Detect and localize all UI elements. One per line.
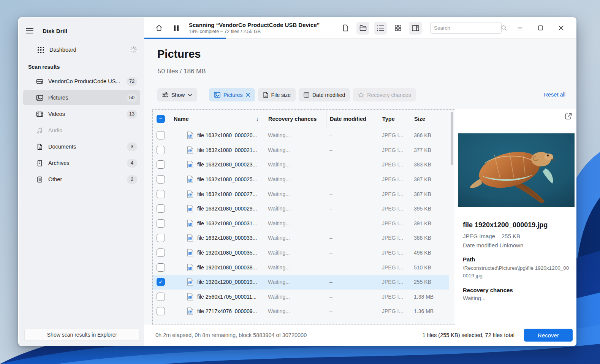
row-checkbox[interactable] (157, 307, 165, 315)
table-row[interactable]: file 1920x1200_000019... Waiting... – JP… (153, 275, 449, 290)
sort-descending-icon: ↓ (256, 116, 259, 122)
column-header-type[interactable]: Type (379, 110, 411, 128)
file-type: JPEG I... (379, 294, 411, 300)
show-filter-button[interactable]: Show (157, 88, 197, 101)
file-type: JPEG I... (379, 132, 411, 138)
file-recovery: Waiting... (265, 264, 326, 271)
count-badge: 13 (127, 110, 137, 119)
file-name: file 1920x1200_000019... (197, 279, 257, 285)
preview-image-turtle[interactable] (458, 133, 575, 207)
show-in-explorer-button[interactable]: Show scan results in Explorer (24, 329, 140, 341)
file-recovery: Waiting... (265, 191, 326, 197)
recovery-chances-filter-chip[interactable]: Recovery chances (353, 88, 416, 101)
file-recovery: Waiting... (265, 308, 326, 314)
file-size: 1.36 MB (411, 308, 449, 314)
drive-icon (36, 78, 43, 85)
grid-view-button[interactable] (391, 22, 404, 35)
column-header-date[interactable]: Date modified (326, 110, 379, 128)
row-checkbox[interactable] (157, 219, 165, 228)
sidebar-item-label: Audio (48, 127, 62, 133)
image-file-icon (187, 131, 193, 139)
row-checkbox[interactable] (157, 204, 165, 213)
table-row[interactable]: file 1632x1080_000025... Waiting... – JP… (153, 172, 449, 187)
table-row[interactable]: file 1920x1080_000035... Waiting... – JP… (153, 245, 449, 260)
file-type: JPEG I... (379, 191, 411, 197)
list-view-button[interactable] (374, 22, 387, 35)
row-checkbox[interactable] (157, 175, 165, 184)
table-row[interactable]: file 1632x1080_000031... Waiting... – JP… (153, 216, 449, 231)
maximize-button[interactable] (533, 22, 548, 35)
row-checkbox[interactable] (157, 293, 165, 301)
pictures-filter-chip[interactable]: Pictures (209, 88, 255, 101)
table-row[interactable]: file 1920x1080_000038... Waiting... – JP… (153, 260, 449, 275)
sidebar-item-dashboard[interactable]: Dashboard (20, 42, 142, 58)
table-scrollbar[interactable] (451, 112, 453, 165)
preview-panel-toggle-button[interactable] (409, 22, 422, 35)
file-name: file 2717x4076_000009... (197, 308, 257, 314)
table-row[interactable]: file 2560x1705_000011... Waiting... – JP… (153, 290, 449, 304)
select-all-checkbox[interactable] (157, 115, 165, 123)
table-row[interactable]: file 1632x1080_000023... Waiting... – JP… (153, 157, 449, 172)
row-checkbox[interactable] (157, 234, 165, 242)
column-header-name[interactable]: Name ↓ (172, 110, 265, 128)
row-checkbox[interactable] (157, 160, 165, 169)
file-type: JPEG I... (379, 235, 411, 241)
recover-button[interactable]: Recover (524, 329, 573, 342)
open-preview-external-icon[interactable] (565, 112, 572, 120)
table-header: Name ↓ Recovery chances Date modified Ty… (153, 110, 449, 128)
table-row[interactable]: file 2717x4076_000009... Waiting... – JP… (153, 304, 449, 319)
sidebar-item-pictures[interactable]: Pictures 50 (23, 90, 140, 105)
documents-icon (36, 143, 43, 150)
sidebar-item-vendorco-device[interactable]: VendorCo ProductCode US... 72 (23, 74, 140, 89)
file-recovery: Waiting... (265, 220, 326, 226)
minimize-button[interactable] (512, 22, 527, 35)
recovery-chances-chip-label: Recovery chances (367, 92, 411, 98)
table-row[interactable]: file 1632x1080_000029... Waiting... – JP… (153, 201, 449, 216)
pause-scan-button[interactable] (170, 22, 183, 35)
home-button[interactable] (152, 22, 165, 35)
table-row[interactable]: file 1632x1080_000020... Waiting... – JP… (153, 128, 449, 143)
sidebar-item-documents[interactable]: Documents 3 (23, 139, 140, 154)
folder-view-button[interactable] (356, 22, 369, 35)
remove-filter-icon[interactable] (246, 93, 250, 97)
table-row[interactable]: file 1632x1080_000021... Waiting... – JP… (153, 143, 449, 158)
file-size: 386 KB (411, 132, 449, 138)
column-header-recovery[interactable]: Recovery chances (265, 110, 326, 128)
row-checkbox[interactable] (157, 263, 165, 272)
table-row[interactable]: file 1632x1080_000033... Waiting... – JP… (153, 231, 449, 245)
row-checkbox[interactable] (157, 248, 165, 257)
close-button[interactable] (553, 22, 568, 35)
reset-all-link[interactable]: Reset all (544, 92, 565, 98)
file-date: – (326, 176, 379, 182)
file-size-filter-chip[interactable]: File size (258, 88, 296, 101)
preview-path-value: \Reconstructed\Pictures\jpg\file 1920x12… (463, 264, 570, 279)
column-header-size[interactable]: Size (411, 110, 449, 128)
search-icon (501, 25, 507, 31)
file-size: 377 KB (411, 147, 449, 153)
row-checkbox[interactable] (157, 190, 165, 198)
pictures-icon (36, 94, 43, 101)
table-row[interactable]: file 1632x1080_000027... Waiting... – JP… (153, 187, 449, 201)
status-bar: 0h 2m elapsed, 0h 8m remaining, block 58… (144, 324, 576, 346)
sidebar-item-videos[interactable]: Videos 13 (23, 106, 140, 122)
file-recovery: Waiting... (265, 250, 326, 256)
scan-results-section-title: Scan results (19, 59, 144, 73)
row-checkbox[interactable] (157, 146, 165, 154)
file-recovery: Waiting... (265, 279, 326, 285)
file-size: 395 KB (411, 206, 449, 212)
row-checkbox[interactable] (157, 278, 165, 286)
page-subtitle: 50 files / 186 MB (158, 68, 206, 75)
file-type: JPEG I... (379, 264, 411, 271)
file-recovery: Waiting... (265, 176, 326, 182)
search-input[interactable] (434, 25, 501, 31)
date-modified-filter-chip[interactable]: Date modified (299, 88, 350, 101)
file-recovery: Waiting... (265, 206, 326, 212)
sidebar-item-audio[interactable]: Audio (23, 123, 140, 138)
file-info-button[interactable] (339, 22, 352, 35)
row-checkbox[interactable] (157, 131, 165, 139)
sidebar-item-archives[interactable]: Archives 4 (23, 155, 140, 171)
file-date: – (326, 206, 379, 212)
hamburger-menu-icon[interactable] (25, 26, 35, 36)
audio-icon (36, 127, 43, 134)
sidebar-item-other[interactable]: Other 2 (23, 172, 140, 187)
